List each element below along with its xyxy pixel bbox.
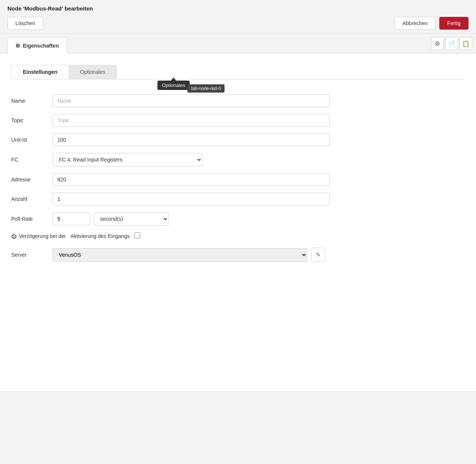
- topic-input[interactable]: [52, 114, 330, 127]
- unit-id-label: Unit-Id: [11, 137, 52, 143]
- checkbox-text-line1: Verzögerung bei der: [19, 232, 66, 240]
- tab-bar: ⚙ Eigenschaften ⚙ 📄 📋: [0, 34, 476, 54]
- main-content: Einstellungen Optionales Optionales tab-…: [0, 54, 476, 391]
- checkbox-text-line2: Aktivierung des Eingangs: [70, 232, 130, 240]
- unit-id-input[interactable]: [52, 133, 330, 146]
- adresse-input[interactable]: [52, 173, 330, 186]
- tab-doc-icon-btn[interactable]: 📄: [445, 37, 458, 50]
- server-row: Server VenusOS ✎: [11, 248, 465, 262]
- page-title: Node 'Modbus-Read' bearbeiten: [7, 5, 469, 12]
- cancel-button[interactable]: Abbrechen: [394, 17, 436, 30]
- poll-rate-number-input[interactable]: [52, 213, 90, 225]
- tab-bar-left: ⚙ Eigenschaften: [0, 34, 427, 53]
- tab-bar-icons: ⚙ 📄 📋: [427, 34, 476, 53]
- name-label: Name: [11, 98, 52, 104]
- tab-eigenschaften[interactable]: ⚙ Eigenschaften: [7, 38, 67, 54]
- gear-icon: ⚙: [15, 43, 20, 49]
- tab-eigenschaften-label: Eigenschaften: [23, 43, 59, 49]
- tab-settings-icon-btn[interactable]: ⚙: [431, 37, 444, 50]
- poll-rate-inputs: millisecond(s) second(s) minute(s) hour(…: [52, 212, 169, 226]
- topic-label: Topic: [11, 117, 52, 123]
- sub-tab-optionales[interactable]: Optionales: [69, 65, 117, 79]
- tooltip-box: Optionales: [157, 81, 190, 90]
- header: Node 'Modbus-Read' bearbeiten Löschen Ab…: [0, 0, 476, 34]
- name-input[interactable]: [52, 94, 330, 107]
- header-right-buttons: Abbrechen Fertig: [394, 17, 469, 30]
- sub-tabs-wrapper: Einstellungen Optionales Optionales tab-…: [11, 65, 465, 79]
- name-row: Name: [11, 94, 465, 107]
- power-icon: ⏻: [11, 232, 16, 240]
- tab-id-tooltip: tab-node-red-0: [187, 84, 225, 93]
- adresse-row: Adresse: [11, 173, 465, 186]
- sub-tab-optionales-label: Optionales: [80, 69, 105, 75]
- adresse-label: Adresse: [11, 177, 52, 183]
- sub-tab-einstellungen-label: Einstellungen: [23, 69, 57, 75]
- tooltip-arrow-icon: [171, 78, 176, 81]
- checkbox-row: ⏻ Verzögerung bei der Aktivierung des Ei…: [11, 232, 465, 240]
- server-label: Server: [11, 252, 52, 258]
- delete-button[interactable]: Löschen: [7, 17, 43, 30]
- anzahl-row: Anzahl: [11, 193, 465, 205]
- page-wrapper: Node 'Modbus-Read' bearbeiten Löschen Ab…: [0, 0, 476, 391]
- sub-tabs: Einstellungen Optionales: [11, 65, 465, 79]
- fc-row: FC FC 1: Read Coil Status FC 2: Read Inp…: [11, 153, 465, 166]
- fc-label: FC: [11, 157, 52, 163]
- header-actions: Löschen Abbrechen Fertig: [7, 17, 469, 30]
- done-button[interactable]: Fertig: [439, 17, 469, 30]
- tab-info-icon-btn[interactable]: 📋: [460, 37, 472, 50]
- anzahl-input[interactable]: [52, 193, 330, 205]
- poll-rate-label: Poll-Rate: [11, 216, 52, 222]
- poll-rate-row: Poll-Rate millisecond(s) second(s) minut…: [11, 212, 465, 226]
- unit-id-row: Unit-Id: [11, 133, 465, 146]
- pencil-icon: ✎: [316, 251, 321, 258]
- fc-select[interactable]: FC 1: Read Coil Status FC 2: Read Input …: [52, 153, 202, 166]
- checkbox-label[interactable]: ⏻ Verzögerung bei der Aktivierung des Ei…: [11, 232, 140, 240]
- topic-row: Topic: [11, 114, 465, 127]
- anzahl-label: Anzahl: [11, 196, 52, 202]
- server-edit-button[interactable]: ✎: [311, 248, 325, 262]
- optionales-tooltip: Optionales: [157, 78, 190, 90]
- tag-tooltip-box: tab-node-red-0: [187, 84, 225, 93]
- poll-rate-unit-select[interactable]: millisecond(s) second(s) minute(s) hour(…: [94, 212, 169, 226]
- server-select[interactable]: VenusOS: [52, 248, 307, 262]
- delay-checkbox[interactable]: [134, 232, 140, 238]
- sub-tab-einstellungen[interactable]: Einstellungen: [11, 65, 69, 79]
